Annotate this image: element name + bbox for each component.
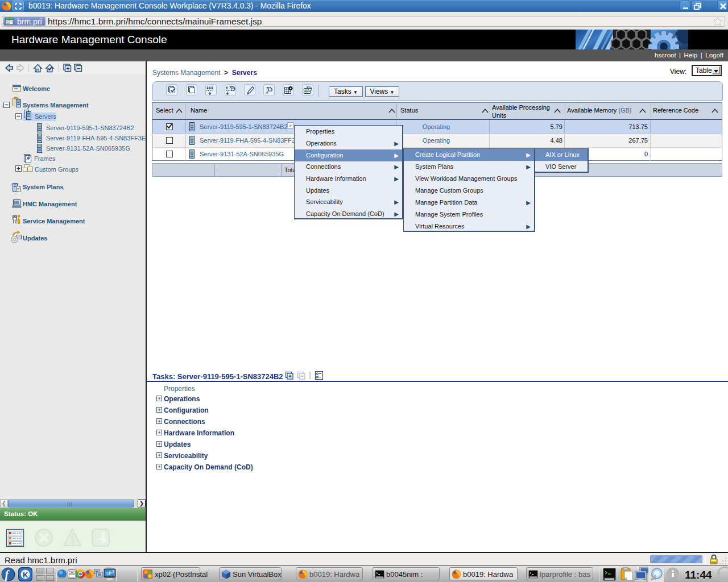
svg-text:K: K [23,571,28,579]
